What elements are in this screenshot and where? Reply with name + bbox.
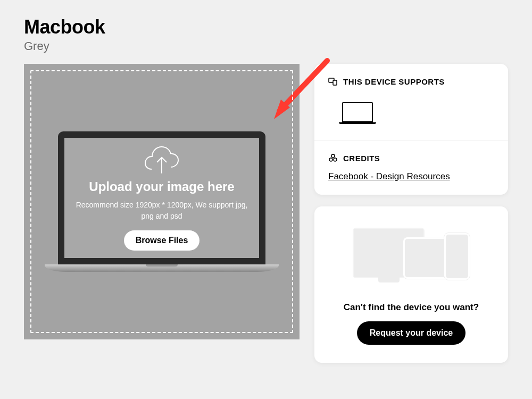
- device-info-card: THIS DEVICE SUPPORTS: [314, 64, 508, 195]
- svg-rect-3: [333, 80, 337, 85]
- credits-link[interactable]: Facebook - Design Resources: [328, 171, 450, 182]
- request-title: Can't find the device you want?: [328, 302, 494, 313]
- page-header: Macbook Grey: [24, 16, 508, 53]
- cloud-upload-icon: [143, 146, 180, 175]
- svg-point-5: [329, 158, 332, 161]
- upload-dropzone[interactable]: Upload your image here Recommend size 19…: [24, 64, 300, 339]
- supported-device-laptop-icon: [339, 102, 376, 124]
- svg-point-4: [331, 154, 335, 157]
- page-subtitle: Grey: [24, 39, 508, 53]
- upload-title: Upload your image here: [89, 179, 234, 194]
- page-title: Macbook: [24, 16, 508, 38]
- credits-title: CREDITS: [343, 154, 380, 163]
- devices-icon: [328, 77, 338, 86]
- browse-files-button[interactable]: Browse Files: [124, 230, 200, 251]
- devices-illustration-icon: [353, 222, 470, 292]
- svg-point-6: [334, 158, 337, 161]
- request-device-card: Can't find the device you want? Request …: [314, 206, 508, 363]
- credits-icon: [328, 153, 338, 163]
- supports-title: THIS DEVICE SUPPORTS: [343, 77, 445, 86]
- laptop-mockup: Upload your image here Recommend size 19…: [45, 131, 279, 272]
- upload-hint: Recommend size 1920px * 1200px, We suppo…: [75, 200, 248, 222]
- request-device-button[interactable]: Request your device: [357, 321, 466, 345]
